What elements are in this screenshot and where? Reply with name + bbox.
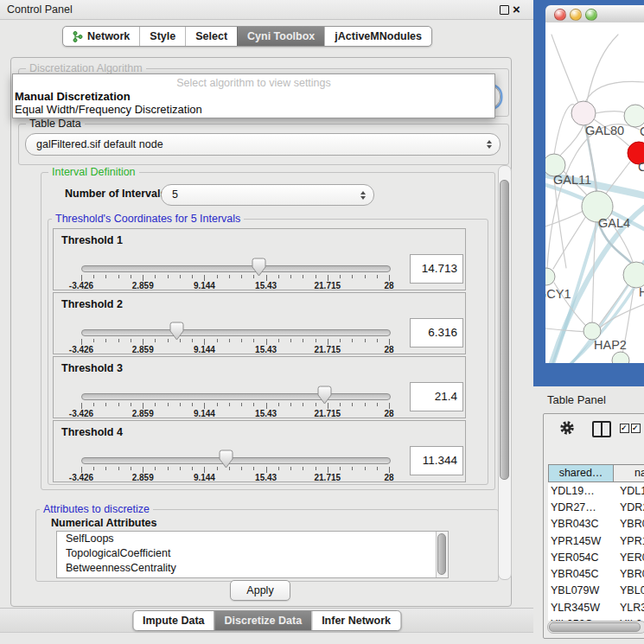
slider-tick bbox=[278, 467, 279, 470]
tab-jactivemnodules[interactable]: jActiveMNodules bbox=[324, 27, 431, 46]
threshold-value-field[interactable]: 11.344 bbox=[410, 446, 463, 475]
slider-tick bbox=[131, 467, 131, 470]
table-horizontal-scrollbar[interactable] bbox=[547, 621, 644, 634]
threshold-value-field[interactable]: 21.4 bbox=[410, 382, 463, 411]
table-row[interactable]: YBR043CYBR0 bbox=[548, 516, 644, 532]
window-minimize-button[interactable] bbox=[570, 9, 582, 21]
slider-handle[interactable] bbox=[317, 386, 332, 408]
slider-track[interactable] bbox=[81, 329, 391, 336]
apply-button[interactable]: Apply bbox=[230, 580, 290, 601]
tab-network[interactable]: Network bbox=[63, 27, 139, 46]
table-row[interactable]: YDL19…YDL1 bbox=[548, 482, 644, 499]
slider-tick-label: 21.715 bbox=[315, 409, 341, 418]
float-window-icon[interactable] bbox=[500, 5, 509, 15]
checkbox-icon: ✓ bbox=[631, 424, 641, 433]
cell-shared-name: YLR345W bbox=[548, 602, 616, 614]
slider-tick bbox=[352, 275, 353, 278]
slider-handle[interactable] bbox=[169, 322, 184, 344]
slider-track[interactable] bbox=[81, 265, 391, 272]
network-graph[interactable]: GAL80GCGAL11GAL4GCY1HHAP2 bbox=[545, 22, 644, 363]
control-panel: Control Panel × NetworkStyleSelectCyni T… bbox=[0, 0, 533, 644]
slider-track[interactable] bbox=[81, 457, 391, 464]
network-window-titlebar bbox=[545, 5, 644, 23]
slider-handle[interactable] bbox=[252, 258, 266, 280]
tab-cyni-toolbox[interactable]: Cyni Toolbox bbox=[237, 27, 324, 46]
cell-shared-name: YBL079W bbox=[548, 584, 616, 596]
attributes-scrollbar-thumb[interactable] bbox=[437, 533, 446, 575]
slider-track[interactable] bbox=[81, 393, 391, 400]
number-of-intervals-combobox[interactable]: 5 bbox=[161, 184, 374, 206]
gear-icon[interactable] bbox=[559, 420, 575, 436]
cell-name: YDL1 bbox=[616, 485, 644, 497]
slider-tick bbox=[180, 467, 181, 470]
network-node-gcy1[interactable] bbox=[545, 268, 555, 285]
network-node-hap2[interactable] bbox=[583, 322, 601, 340]
threshold-value-field[interactable]: 6.316 bbox=[410, 318, 463, 348]
window-zoom-button[interactable] bbox=[585, 9, 597, 21]
table-data-combobox[interactable]: galFiltered.sif default node bbox=[25, 133, 501, 156]
slider-tick bbox=[389, 467, 390, 473]
slider-handle[interactable] bbox=[219, 450, 233, 472]
tab-discretize-data[interactable]: Discretize Data bbox=[214, 611, 312, 630]
network-node-h[interactable] bbox=[623, 262, 644, 288]
slider-tick bbox=[217, 275, 218, 278]
table-header-row: shared… na bbox=[548, 464, 644, 482]
column-select-icons[interactable]: ✓✓ bbox=[620, 424, 642, 439]
network-edge bbox=[587, 35, 618, 101]
node-label: GAL11 bbox=[553, 173, 591, 187]
threshold-label: Threshold 1 bbox=[61, 234, 123, 246]
table-row[interactable]: YBL079WYBL0 bbox=[548, 583, 644, 599]
cell-shared-name: YER054C bbox=[548, 552, 616, 564]
attribute-list-item[interactable]: TopologicalCoefficient bbox=[57, 546, 448, 561]
content-scrollbar-thumb[interactable] bbox=[500, 180, 509, 480]
slider-tick bbox=[131, 339, 131, 342]
slider-tick bbox=[93, 275, 94, 278]
cell-name: YBR0 bbox=[616, 518, 644, 530]
dropdown-option-manual[interactable]: Manual Discretization bbox=[15, 90, 131, 103]
slider-tick bbox=[241, 275, 242, 278]
content-scrollbar[interactable] bbox=[498, 165, 512, 580]
threshold-value-field[interactable]: 14.713 bbox=[410, 254, 463, 284]
table-row[interactable]: YDR27…YDR2 bbox=[548, 499, 644, 515]
tab-style[interactable]: Style bbox=[139, 27, 185, 46]
slider-tick bbox=[105, 467, 106, 470]
bottom-tab-bar: Impute DataDiscretize DataInfer Network bbox=[132, 610, 401, 631]
table-row[interactable]: YBR045CYBR0 bbox=[548, 565, 644, 582]
network-canvas[interactable]: GAL80GCGAL11GAL4GCY1HHAP2 bbox=[545, 22, 644, 363]
split-columns-icon[interactable] bbox=[592, 421, 611, 437]
table-row[interactable]: YER054CYER0 bbox=[548, 549, 644, 565]
column-header-name[interactable]: na bbox=[614, 464, 644, 482]
network-node-gal80[interactable] bbox=[571, 101, 596, 125]
network-edge bbox=[553, 216, 586, 269]
slider-tick bbox=[217, 403, 218, 406]
top-tab-bar: NetworkStyleSelectCyni ToolboxjActiveMNo… bbox=[62, 26, 432, 47]
column-header-shared-name[interactable]: shared… bbox=[548, 464, 614, 482]
table-row[interactable]: YLR345WYLR3 bbox=[548, 599, 644, 615]
attributes-list-scrollbar[interactable] bbox=[436, 532, 448, 577]
cell-shared-name: YBR045C bbox=[548, 568, 616, 580]
attribute-list-item[interactable]: BetweennessCentrality bbox=[57, 561, 448, 576]
checkbox-icon: ✓ bbox=[620, 424, 629, 433]
node-label: H bbox=[639, 285, 644, 299]
attribute-list-item[interactable]: SelfLoops bbox=[57, 532, 448, 546]
slider-tick bbox=[93, 467, 94, 470]
window-close-button[interactable] bbox=[554, 9, 566, 21]
dropdown-option-equal-width[interactable]: Equal Width/Frequency Discretization bbox=[15, 103, 202, 116]
slider-tick bbox=[290, 467, 291, 470]
table-hscrollbar-thumb[interactable] bbox=[549, 622, 641, 632]
slider-tick bbox=[229, 403, 230, 406]
tab-label: jActiveMNodules bbox=[335, 27, 422, 46]
tab-select[interactable]: Select bbox=[185, 27, 237, 46]
tab-impute-data[interactable]: Impute Data bbox=[133, 611, 214, 630]
table-data-value: galFiltered.sif default node bbox=[36, 138, 163, 150]
slider-tick bbox=[131, 275, 131, 278]
numerical-attributes-list[interactable]: SelfLoopsTopologicalCoefficientBetweenne… bbox=[56, 531, 449, 578]
tab-infer-network[interactable]: Infer Network bbox=[311, 611, 400, 630]
close-icon[interactable]: × bbox=[513, 1, 520, 18]
slider-tick bbox=[143, 275, 143, 281]
network-node[interactable] bbox=[612, 352, 629, 363]
table-row[interactable]: YPR145WYPR1 bbox=[548, 532, 644, 549]
tab-label: Infer Network bbox=[322, 611, 391, 630]
slider-tick-label: 2.859 bbox=[132, 409, 154, 418]
slider-tick bbox=[217, 467, 218, 470]
